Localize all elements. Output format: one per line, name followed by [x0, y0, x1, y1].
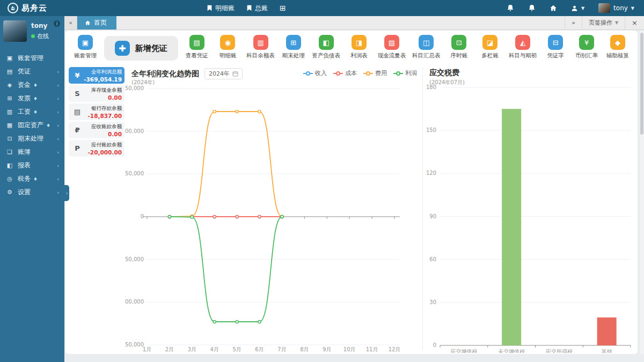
premium-diamond-icon: ♦: [33, 83, 38, 88]
sidebar-item-label: 期末处理: [18, 134, 43, 143]
sidebar-item-固定资产[interactable]: ▦固定资产♦›: [0, 119, 64, 132]
card-meta: 库存现金余额0.00: [83, 87, 122, 101]
user-name: tony: [613, 4, 628, 12]
toolbar-item-凭证字[interactable]: ⊟凭证字: [543, 35, 568, 60]
toolbar-item-现金流量表[interactable]: ▨现金流量表: [378, 35, 406, 60]
sidebar-item-账簿[interactable]: ❏账簿›: [0, 145, 64, 159]
toolbar-item-新增凭证[interactable]: ✚新增凭证: [104, 36, 178, 61]
sidebar-item-icon: ⊞: [5, 95, 14, 102]
legend-item-成本[interactable]: 成本: [333, 69, 357, 77]
svg-text:30: 30: [429, 299, 436, 305]
summary-card-全年利润总额[interactable]: ¥全年利润总额-369,054.19: [69, 67, 125, 84]
toolbar-item-label: 账套管理: [74, 52, 97, 60]
home-icon[interactable]: [550, 4, 557, 12]
sidebar-item-设置[interactable]: ⚙设置›: [0, 186, 64, 199]
sidebar-item-icon: ⊡: [5, 135, 14, 142]
home-icon: [85, 20, 91, 26]
toolbar-icon: ◉: [220, 35, 235, 50]
card-currency-icon: S: [72, 90, 83, 98]
sidebar-item-凭证[interactable]: ▤凭证›: [0, 65, 64, 78]
vertical-scrollbar[interactable]: [640, 31, 644, 354]
tabs-scroll-right-icon[interactable]: »: [565, 16, 582, 29]
sidebar-item-税务[interactable]: ◎税务♦›: [0, 172, 64, 186]
toolbar-item-币别汇率[interactable]: ¥币别汇率: [574, 35, 599, 60]
toolbar-item-科目与期初[interactable]: ◭科目与期初: [509, 35, 537, 60]
topnav-总账[interactable]: 总账: [246, 4, 268, 13]
tabs-scroll-left-icon[interactable]: «: [64, 16, 77, 29]
svg-text:90: 90: [429, 213, 436, 219]
legend-item-收入[interactable]: 收入: [303, 69, 327, 77]
sidebar-item-发票[interactable]: ⊞发票♦›: [0, 92, 64, 105]
line-chart-canvas[interactable]: -150,000-100,000-50,000050,000100,000150…: [125, 65, 422, 353]
toolbar-item-label: 币别汇率: [575, 52, 598, 60]
sidebar-item-工资[interactable]: ▥工资♦›: [0, 105, 64, 119]
toolbar-item-资产负债表[interactable]: ◧资产负债表: [312, 35, 340, 60]
toolbar-item-期末处理[interactable]: ⊞期末处理: [281, 35, 306, 60]
svg-text:2月: 2月: [165, 346, 174, 352]
toolbar-icon: ◪: [482, 35, 497, 50]
sidebar-item-icon: ◎: [5, 175, 14, 182]
toolbar-item-label: 期末处理: [282, 52, 305, 60]
info-icon[interactable]: i: [54, 20, 60, 27]
topnav-label: 明细账: [215, 4, 235, 13]
toolbar-item-查看凭证[interactable]: ▤查看凭证: [185, 35, 209, 60]
sidebar-collapse-handle[interactable]: ‹: [64, 185, 69, 201]
chevron-right-icon: ›: [57, 150, 59, 155]
topnav-明细账[interactable]: 明细账: [207, 4, 235, 13]
card-value: 0.00: [83, 131, 122, 137]
tab-bar: « 首页 » 页签操作 ▼ ×: [64, 16, 644, 30]
summary-card-银行存款余额[interactable]: ▤银行存款余额-18,837.00: [69, 104, 125, 120]
svg-text:100,000: 100,000: [125, 128, 144, 134]
tab-home[interactable]: 首页: [77, 16, 116, 29]
toolbar-item-科目余额表[interactable]: ▥科目余额表: [246, 35, 275, 60]
sidebar-item-label: 固定资产: [18, 121, 43, 130]
sidebar-item-报表[interactable]: ◧报表›: [0, 159, 64, 172]
notification-icon-2[interactable]: [528, 4, 536, 12]
user-account[interactable]: tony ▼: [598, 3, 634, 13]
sidebar-item-资金[interactable]: ◈资金♦›: [0, 78, 64, 92]
svg-text:-150,000: -150,000: [125, 342, 144, 348]
legend-label: 费用: [375, 69, 387, 77]
toolbar-item-序时账[interactable]: ⊡序时账: [447, 35, 471, 60]
toolbar-icon: ▥: [253, 35, 268, 50]
notification-icon[interactable]: [507, 4, 514, 12]
toolbar-icon: ¥: [579, 35, 594, 50]
legend-item-利润[interactable]: 利润: [393, 69, 417, 77]
summary-card-应收账款余额[interactable]: ₽应收账款余额0.00: [69, 122, 125, 138]
card-meta: 应付账款余额-20,000.00: [83, 142, 122, 156]
svg-text:4月: 4月: [210, 346, 219, 352]
tab-actions-dropdown[interactable]: 页签操作 ▼: [582, 16, 625, 29]
toolbar-item-利润表[interactable]: ◨利润表: [347, 35, 371, 60]
chevron-down-icon: ▼: [581, 6, 584, 11]
summary-card-库存现金余额[interactable]: S库存现金余额0.00: [69, 85, 125, 102]
card-meta: 应收账款余额0.00: [83, 123, 122, 137]
legend-label: 收入: [315, 69, 327, 77]
toolbar-item-账套管理[interactable]: ▣账套管理: [73, 35, 98, 60]
sidebar-item-期末处理[interactable]: ⊡期末处理›: [0, 132, 64, 145]
svg-text:9月: 9月: [323, 346, 331, 352]
legend-marker-icon: [363, 71, 373, 76]
toolbar-item-多栏账[interactable]: ◪多栏账: [478, 35, 502, 60]
sidebar-item-label: 设置: [18, 188, 31, 197]
toolbar-item-科目汇总表[interactable]: ◫科目汇总表: [412, 35, 441, 60]
chevron-right-icon: ›: [57, 69, 59, 75]
user-menu-icon[interactable]: ▼: [571, 5, 584, 12]
bar-chart-canvas[interactable]: 0306090120150180应交增值税未交增值税应交所得税其他: [423, 65, 636, 353]
legend-label: 利润: [405, 69, 417, 77]
legend-item-费用[interactable]: 费用: [363, 69, 387, 77]
toolbar-item-明细账[interactable]: ◉明细账: [215, 35, 240, 60]
apps-grid-icon[interactable]: ⊞: [280, 4, 286, 12]
plus-icon: ✚: [115, 41, 130, 56]
toolbar-item-辅助核算[interactable]: ◆辅助核算: [605, 35, 630, 60]
legend-marker-icon: [303, 71, 313, 76]
bookmark-icon: [246, 5, 252, 11]
avatar[interactable]: [3, 20, 27, 42]
brand[interactable]: 易舟云: [0, 3, 94, 13]
tab-close-icon[interactable]: ×: [625, 16, 644, 29]
svg-text:120: 120: [426, 170, 436, 176]
sidebar-item-账套管理[interactable]: ▣账套管理: [0, 51, 64, 65]
summary-card-应付账款余额[interactable]: P应付账款余额-20,000.00: [69, 140, 125, 157]
year-filter[interactable]: 2024年: [204, 68, 243, 79]
scrollbar-thumb[interactable]: [640, 33, 643, 135]
sidebar-item-icon: ▥: [5, 108, 14, 115]
